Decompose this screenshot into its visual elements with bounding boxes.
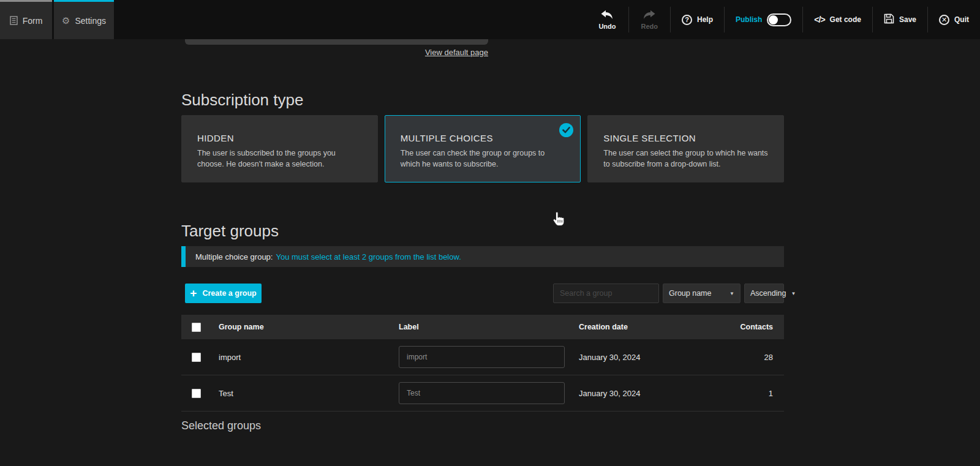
- divider: [670, 7, 671, 32]
- publish-control: Publish: [733, 13, 794, 26]
- undo-button[interactable]: Undo: [595, 10, 619, 30]
- option-single-selection[interactable]: SINGLE SELECTION The user can select the…: [587, 115, 784, 182]
- table-header-row: Group name Label Creation date Contacts: [181, 315, 784, 339]
- contacts-cell: 1: [735, 389, 784, 398]
- quit-button[interactable]: ✕ Quit: [937, 15, 971, 25]
- get-code-button[interactable]: </> Get code: [812, 15, 864, 24]
- publish-toggle[interactable]: [767, 13, 791, 26]
- chevron-down-icon: ▼: [791, 291, 796, 296]
- table-row: import January 30, 2024 28: [181, 339, 784, 375]
- redo-button[interactable]: Redo: [638, 10, 662, 30]
- multiple-choice-notice: Multiple choice group: You must select a…: [181, 246, 784, 267]
- gear-icon: ⚙: [62, 16, 70, 25]
- view-default-page-link[interactable]: View default page: [425, 48, 488, 57]
- search-group-input[interactable]: [553, 284, 659, 303]
- option-description: The user is subscribed to the groups you…: [197, 148, 362, 170]
- default-page-input-partial[interactable]: [185, 39, 488, 45]
- option-hidden[interactable]: HIDDEN The user is subscribed to the gro…: [181, 115, 378, 182]
- selected-groups-title: Selected groups: [181, 419, 261, 432]
- topbar: Form ⚙ Settings Undo Redo ? Help Publish: [0, 0, 980, 39]
- toggle-knob: [769, 15, 778, 24]
- creation-date-cell: January 30, 2024: [579, 353, 735, 362]
- header-label: Label: [399, 323, 579, 331]
- tab-form-label: Form: [23, 16, 43, 26]
- header-group-name: Group name: [219, 323, 399, 331]
- tab-form[interactable]: Form: [0, 0, 52, 39]
- selected-check-icon: [559, 123, 573, 137]
- chevron-down-icon: ▼: [729, 291, 734, 296]
- subscription-type-title: Subscription type: [181, 91, 303, 110]
- option-multiple-choices[interactable]: MULTIPLE CHOICES The user can check the …: [385, 115, 581, 182]
- creation-date-cell: January 30, 2024: [579, 389, 735, 398]
- group-label-input[interactable]: [399, 382, 565, 404]
- groups-table: Group name Label Creation date Contacts …: [181, 315, 784, 412]
- option-description: The user can check the group or groups t…: [401, 148, 565, 170]
- subscription-type-options: HIDDEN The user is subscribed to the gro…: [181, 115, 784, 182]
- row-checkbox[interactable]: [192, 389, 201, 398]
- group-name-cell: Test: [219, 389, 399, 398]
- notice-text: You must select at least 2 groups from t…: [276, 252, 461, 261]
- code-icon: </>: [814, 15, 824, 24]
- notice-label: Multiple choice group:: [195, 252, 273, 261]
- contacts-cell: 28: [735, 353, 784, 362]
- divider: [802, 7, 803, 32]
- create-group-button[interactable]: + Create a group: [185, 284, 262, 303]
- divider: [724, 7, 725, 32]
- help-icon: ?: [682, 15, 692, 25]
- option-title: MULTIPLE CHOICES: [401, 133, 565, 143]
- save-icon: [884, 13, 894, 26]
- save-button[interactable]: Save: [881, 13, 919, 26]
- group-list-controls: + Create a group Group name ▼ Ascending …: [181, 284, 784, 303]
- divider: [872, 7, 873, 32]
- tab-settings-label: Settings: [75, 16, 106, 26]
- form-icon: [10, 16, 18, 25]
- header-contacts: Contacts: [735, 323, 784, 331]
- tab-settings[interactable]: ⚙ Settings: [54, 0, 114, 39]
- sort-field-dropdown[interactable]: Group name ▼: [663, 284, 741, 303]
- table-row: Test January 30, 2024 1: [181, 375, 784, 412]
- undo-icon: [600, 10, 614, 21]
- option-title: HIDDEN: [197, 133, 362, 143]
- group-name-cell: import: [219, 353, 399, 362]
- divider: [927, 7, 928, 32]
- target-groups-title: Target groups: [181, 222, 279, 241]
- quit-icon: ✕: [939, 15, 949, 25]
- sort-order-dropdown[interactable]: Ascending ▼: [744, 284, 784, 303]
- toolbar: Undo Redo ? Help Publish </> Get code: [595, 0, 980, 39]
- divider: [628, 7, 629, 32]
- option-title: SINGLE SELECTION: [603, 133, 768, 143]
- help-button[interactable]: ? Help: [679, 15, 715, 25]
- select-all-checkbox[interactable]: [192, 323, 201, 332]
- group-label-input[interactable]: [399, 346, 565, 368]
- plus-icon: +: [190, 287, 197, 299]
- publish-label: Publish: [736, 15, 762, 24]
- header-creation-date: Creation date: [579, 323, 735, 331]
- view-default-page-row: View default page: [185, 48, 488, 57]
- option-description: The user can select the group to which h…: [603, 148, 768, 170]
- redo-icon: [642, 10, 657, 21]
- row-checkbox[interactable]: [192, 353, 201, 362]
- mouse-cursor: [552, 211, 565, 230]
- settings-page: View default page Subscription type HIDD…: [0, 39, 980, 466]
